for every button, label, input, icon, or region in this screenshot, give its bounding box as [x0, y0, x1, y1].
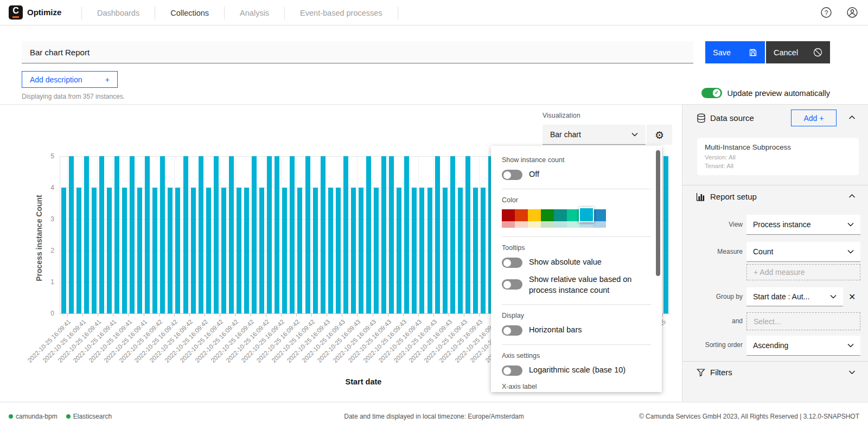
- bar[interactable]: [343, 156, 348, 313]
- visualization-dropdown[interactable]: Bar chart: [542, 125, 646, 145]
- color-swatch[interactable]: [528, 221, 541, 228]
- bar[interactable]: [84, 156, 89, 313]
- bar[interactable]: [359, 188, 363, 313]
- bar[interactable]: [191, 188, 196, 313]
- bar[interactable]: [381, 156, 386, 313]
- user-icon[interactable]: [846, 7, 858, 18]
- color-swatch[interactable]: [541, 221, 554, 228]
- bar[interactable]: [305, 156, 310, 313]
- bar[interactable]: [419, 188, 424, 313]
- bar[interactable]: [290, 156, 295, 313]
- bar[interactable]: [351, 188, 356, 313]
- bar[interactable]: [435, 156, 440, 313]
- nav-item-analysis[interactable]: Analysis: [224, 7, 284, 20]
- bar[interactable]: [175, 188, 180, 313]
- bar[interactable]: [145, 156, 150, 313]
- color-swatch[interactable]: [502, 209, 515, 221]
- relative-value-toggle[interactable]: [502, 279, 522, 290]
- camunda-logo[interactable]: C: [9, 5, 23, 20]
- bar[interactable]: [259, 188, 264, 313]
- bar[interactable]: [663, 156, 668, 313]
- color-swatch[interactable]: [567, 209, 580, 221]
- bar[interactable]: [443, 188, 448, 313]
- bar[interactable]: [481, 188, 486, 313]
- data-source-card[interactable]: Multi-Instance Subprocess Version: AllTe…: [697, 138, 859, 175]
- add-measure-button[interactable]: + Add measure: [746, 264, 860, 280]
- color-swatch[interactable]: [579, 207, 594, 222]
- bar[interactable]: [152, 188, 157, 313]
- color-swatch[interactable]: [593, 221, 606, 228]
- bar[interactable]: [427, 188, 432, 313]
- bar[interactable]: [199, 156, 203, 313]
- absolute-value-toggle[interactable]: [502, 258, 522, 268]
- logarithmic-scale-toggle[interactable]: [502, 365, 522, 376]
- update-preview-toggle[interactable]: [701, 88, 722, 98]
- bar[interactable]: [137, 188, 142, 313]
- bar[interactable]: [206, 188, 211, 313]
- color-swatch[interactable]: [502, 221, 515, 228]
- bar[interactable]: [336, 188, 341, 313]
- bar[interactable]: [107, 188, 112, 313]
- add-description-button[interactable]: Add description +: [22, 71, 118, 88]
- bar[interactable]: [99, 156, 104, 313]
- popover-scrollbar[interactable]: [656, 150, 660, 276]
- bar[interactable]: [458, 188, 463, 313]
- color-swatch[interactable]: [567, 221, 580, 228]
- bar[interactable]: [221, 188, 226, 313]
- color-swatch[interactable]: [593, 209, 606, 221]
- chevron-up-icon[interactable]: [848, 115, 856, 120]
- color-swatch[interactable]: [515, 209, 528, 221]
- color-swatch[interactable]: [554, 221, 567, 228]
- bar[interactable]: [321, 156, 326, 313]
- bar[interactable]: [252, 156, 257, 313]
- nav-item-event-based-processes[interactable]: Event-based processes: [284, 7, 398, 20]
- sorting-order-dropdown[interactable]: Ascending: [746, 336, 860, 356]
- bar[interactable]: [313, 188, 318, 313]
- bar[interactable]: [412, 188, 417, 313]
- bar[interactable]: [214, 156, 219, 313]
- bar[interactable]: [389, 156, 394, 313]
- bar[interactable]: [473, 188, 478, 313]
- bar[interactable]: [450, 156, 455, 313]
- bar[interactable]: [244, 188, 249, 313]
- bar[interactable]: [168, 188, 173, 313]
- bar[interactable]: [130, 156, 135, 313]
- bar[interactable]: [76, 188, 81, 313]
- bar[interactable]: [297, 188, 302, 313]
- cancel-button[interactable]: Cancel: [766, 41, 830, 63]
- measure-dropdown[interactable]: Count: [746, 242, 860, 262]
- save-button[interactable]: Save: [705, 41, 765, 63]
- nav-item-dashboards[interactable]: Dashboards: [81, 7, 155, 20]
- help-icon[interactable]: ?: [820, 7, 832, 18]
- and-group-by-select[interactable]: Select...: [746, 312, 860, 330]
- bar[interactable]: [366, 156, 371, 313]
- bar[interactable]: [92, 188, 97, 313]
- bar[interactable]: [61, 188, 66, 313]
- nav-item-collections[interactable]: Collections: [155, 7, 224, 20]
- color-swatch[interactable]: [528, 209, 541, 221]
- bar[interactable]: [183, 156, 188, 313]
- horizontal-bars-toggle[interactable]: [502, 325, 522, 336]
- bar[interactable]: [237, 188, 241, 313]
- show-instance-count-toggle[interactable]: [502, 170, 522, 180]
- bar[interactable]: [397, 188, 401, 313]
- bar[interactable]: [229, 156, 234, 313]
- group-by-dropdown[interactable]: Start date : Aut...: [746, 287, 843, 306]
- bar[interactable]: [404, 156, 409, 313]
- remove-group-by-icon[interactable]: ✕: [848, 292, 856, 302]
- chevron-down-icon[interactable]: [848, 370, 856, 375]
- color-swatch[interactable]: [554, 209, 567, 221]
- add-data-source-button[interactable]: Add +: [791, 110, 837, 126]
- bar[interactable]: [374, 188, 379, 313]
- bar[interactable]: [160, 156, 165, 313]
- report-title-input[interactable]: [22, 41, 693, 63]
- view-dropdown[interactable]: Process instance: [746, 215, 860, 235]
- color-swatch[interactable]: [541, 209, 554, 221]
- bar[interactable]: [69, 156, 74, 313]
- bar[interactable]: [282, 188, 287, 313]
- bar[interactable]: [267, 156, 272, 313]
- bar[interactable]: [114, 156, 119, 313]
- bar[interactable]: [465, 156, 470, 313]
- chevron-up-icon[interactable]: [848, 194, 856, 198]
- color-swatch[interactable]: [515, 221, 528, 228]
